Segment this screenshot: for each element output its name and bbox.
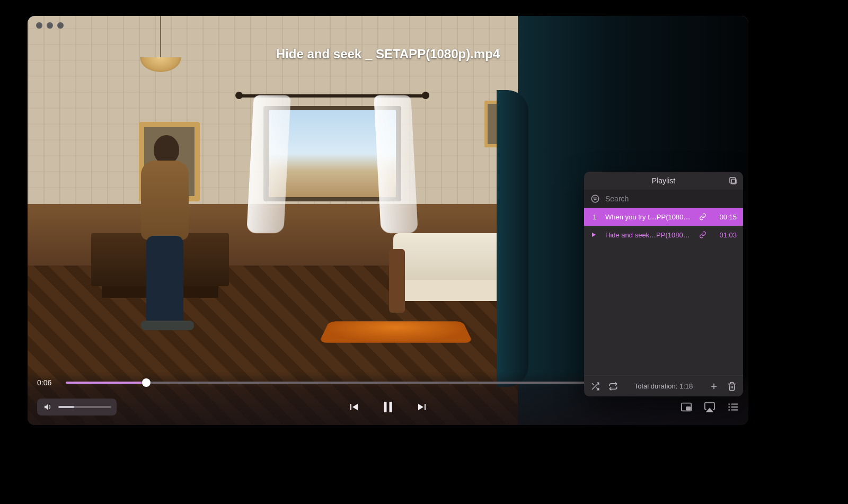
playing-icon <box>590 232 599 238</box>
link-icon <box>699 231 707 239</box>
link-icon <box>699 213 707 221</box>
pip-icon[interactable] <box>681 401 692 413</box>
pause-button[interactable] <box>379 398 397 416</box>
playlist-filter-icon[interactable] <box>590 194 600 204</box>
playlist-footer: Total duration: 1:18 <box>584 375 743 396</box>
trash-icon[interactable] <box>727 382 737 391</box>
playlist-item[interactable]: 1 When you try t…PP(1080p).mp4 00:15 <box>584 208 743 226</box>
player-window: Hide and seek _ SETAPP(1080p).mp4 Playli… <box>28 16 748 425</box>
svg-point-8 <box>728 406 730 408</box>
previous-button[interactable] <box>346 400 361 414</box>
volume-icon <box>42 402 53 412</box>
playlist-item-title: When you try t…PP(1080p).mp4 <box>605 213 692 221</box>
playlist-list: 1 When you try t…PP(1080p).mp4 00:15 Hid… <box>584 208 743 375</box>
playlist-toggle-icon[interactable] <box>727 401 739 413</box>
playlist-item[interactable]: Hide and seek…PP(1080p).mp4 01:03 <box>584 226 743 244</box>
playlist-total-duration: Total duration: 1:18 <box>626 382 701 390</box>
current-time: 0:06 <box>37 378 58 387</box>
window-traffic-lights <box>36 22 64 29</box>
window-minimize-button[interactable] <box>47 22 53 29</box>
svg-point-2 <box>591 195 599 202</box>
playlist-item-duration: 00:15 <box>713 213 737 221</box>
volume-slider[interactable] <box>58 406 111 408</box>
playlist-search <box>584 190 743 208</box>
playlist-item-index: 1 <box>590 213 599 221</box>
svg-point-9 <box>728 409 730 411</box>
repeat-icon[interactable] <box>608 382 618 391</box>
svg-rect-4 <box>390 402 392 412</box>
airplay-icon[interactable] <box>704 401 716 413</box>
playlist-panel: Playlist 1 When you try t…PP(1080p).mp4 <box>584 172 743 396</box>
add-icon[interactable] <box>709 382 719 391</box>
playlist-item-duration: 01:03 <box>713 231 737 239</box>
window-zoom-button[interactable] <box>57 22 64 29</box>
playlist-search-input[interactable] <box>605 194 737 203</box>
volume-control[interactable] <box>37 399 117 415</box>
svg-rect-3 <box>384 402 387 412</box>
video-title-overlay: Hide and seek _ SETAPP(1080p).mp4 <box>276 47 500 61</box>
svg-rect-6 <box>686 407 690 410</box>
playlist-title: Playlist <box>652 176 675 185</box>
playlist-item-title: Hide and seek…PP(1080p).mp4 <box>605 231 692 239</box>
window-close-button[interactable] <box>36 22 42 29</box>
next-button[interactable] <box>415 400 430 414</box>
svg-point-7 <box>728 403 730 405</box>
shuffle-icon[interactable] <box>590 382 600 391</box>
svg-rect-0 <box>730 178 736 183</box>
playlist-open-window-icon[interactable] <box>728 176 738 185</box>
